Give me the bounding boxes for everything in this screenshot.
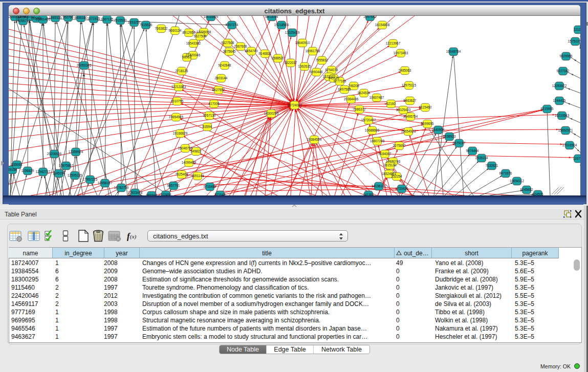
svg-text:(x): (x): [130, 233, 137, 240]
